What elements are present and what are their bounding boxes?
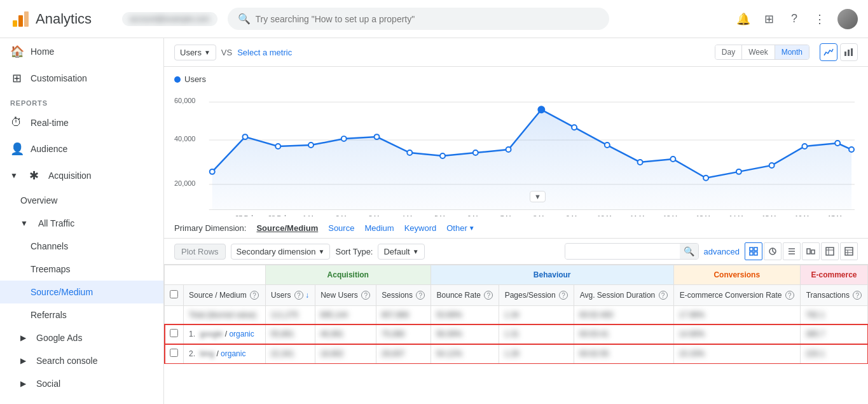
bar-chart-icon[interactable] bbox=[840, 43, 858, 61]
line-chart-icon[interactable] bbox=[820, 43, 837, 61]
row2-checkbox[interactable] bbox=[170, 349, 178, 357]
pivot-view-icon[interactable] bbox=[821, 242, 839, 260]
dimension-other-dropdown[interactable]: Other ▼ bbox=[446, 223, 474, 233]
pages-session-help-icon[interactable]: ? bbox=[559, 291, 568, 300]
svg-point-18 bbox=[375, 134, 380, 139]
svg-rect-54 bbox=[750, 247, 753, 251]
select-all-checkbox[interactable] bbox=[170, 290, 178, 298]
table-search-input[interactable] bbox=[565, 244, 680, 259]
sidebar-item-all-traffic[interactable]: ▼ All Traffic bbox=[0, 212, 163, 235]
ecommerce-rate-help-icon[interactable]: ? bbox=[785, 291, 794, 300]
sidebar-item-referrals[interactable]: Referrals bbox=[0, 303, 163, 326]
row2-users: 22,341 bbox=[265, 344, 315, 364]
svg-text:...: ... bbox=[207, 214, 212, 216]
other-label: Other bbox=[446, 223, 467, 233]
sort-default-label: Default bbox=[383, 247, 410, 256]
table-search-button[interactable]: 🔍 bbox=[680, 244, 698, 259]
transactions-help-icon[interactable]: ? bbox=[853, 291, 862, 300]
svg-point-16 bbox=[308, 143, 313, 148]
total-transactions: 782.1 bbox=[801, 306, 868, 324]
sidebar-item-google-ads[interactable]: ▶ Google Ads bbox=[0, 326, 163, 349]
row1-checkbox[interactable] bbox=[170, 329, 178, 337]
svg-point-24 bbox=[572, 125, 577, 130]
svg-point-30 bbox=[769, 163, 775, 168]
expand-icon: ▼ bbox=[10, 171, 18, 180]
dimension-keyword[interactable]: Keyword bbox=[404, 223, 437, 233]
app-title: Analytics bbox=[36, 11, 92, 27]
row1-users: 55,891 bbox=[265, 324, 315, 344]
compare-view-icon[interactable] bbox=[802, 242, 820, 260]
bounce-rate-help-icon[interactable]: ? bbox=[484, 291, 493, 300]
chart-date-dropdown[interactable]: ▼ bbox=[530, 191, 546, 202]
svg-point-32 bbox=[835, 141, 840, 146]
secondary-dimension-select[interactable]: Secondary dimension ▼ bbox=[231, 244, 331, 260]
row2-avg-session: 00:02:55 bbox=[574, 344, 673, 364]
more-vert-icon[interactable]: ⋮ bbox=[812, 11, 827, 27]
sidebar-item-social[interactable]: ▶ Social bbox=[0, 372, 163, 395]
avg-session-help-icon[interactable]: ? bbox=[659, 291, 668, 300]
sort-chevron-icon: ▼ bbox=[413, 248, 419, 255]
svg-text:15 Mar: 15 Mar bbox=[762, 214, 782, 216]
transactions-label: Transactions bbox=[806, 291, 850, 300]
search-input[interactable] bbox=[256, 14, 599, 24]
sidebar-item-realtime[interactable]: ⏱ Real-time bbox=[0, 109, 163, 136]
svg-point-33 bbox=[849, 147, 854, 152]
col-header-avg-session: Avg. Session Duration ? bbox=[574, 285, 673, 306]
dimension-source[interactable]: Source bbox=[328, 223, 354, 233]
svg-text:4 Mar: 4 Mar bbox=[402, 214, 418, 216]
sidebar-item-overview[interactable]: Overview bbox=[0, 189, 163, 212]
sidebar-item-source-medium[interactable]: Source/Medium bbox=[0, 281, 163, 303]
sidebar-item-channels[interactable]: Channels bbox=[0, 235, 163, 258]
advanced-link[interactable]: advanced bbox=[704, 247, 740, 256]
plot-rows-button[interactable]: Plot Rows bbox=[174, 244, 226, 260]
sidebar-item-search-console[interactable]: ▶ Search console bbox=[0, 349, 163, 372]
sidebar-item-customisation[interactable]: ⊞ Customisation bbox=[0, 65, 163, 92]
row2-num: 2. bbox=[189, 349, 195, 358]
new-users-help-icon[interactable]: ? bbox=[361, 291, 370, 300]
list-view-icon[interactable] bbox=[783, 242, 801, 260]
content-area: Users ▼ VS Select a metric Day Week Mont… bbox=[164, 38, 868, 404]
svg-point-19 bbox=[407, 150, 412, 155]
dimension-source-medium[interactable]: Source/Medium bbox=[256, 223, 318, 233]
pie-view-icon[interactable] bbox=[764, 242, 782, 260]
account-chip[interactable]: account@example.com bbox=[122, 12, 217, 26]
search-bar[interactable]: 🔍 bbox=[228, 8, 609, 30]
sessions-label: Sessions bbox=[382, 291, 413, 300]
dimension-medium[interactable]: Medium bbox=[364, 223, 394, 233]
vs-label: VS bbox=[221, 48, 232, 57]
users-help-icon[interactable]: ? bbox=[294, 291, 303, 300]
select-metric-link[interactable]: Select a metric bbox=[237, 48, 292, 57]
sidebar-item-acquisition[interactable]: ▼ ✱ Acquisition bbox=[0, 162, 163, 189]
month-button[interactable]: Month bbox=[775, 45, 809, 59]
grid-view-icon[interactable] bbox=[745, 242, 762, 260]
col-header-new-users: New Users ? bbox=[315, 285, 376, 306]
svg-text:3 Mar: 3 Mar bbox=[369, 214, 385, 216]
help-icon[interactable]: ? bbox=[787, 11, 802, 27]
all-traffic-expand-icon: ▼ bbox=[20, 219, 28, 228]
customisation-icon: ⊞ bbox=[10, 71, 23, 85]
metric-pill-users[interactable]: Users ▼ bbox=[174, 45, 216, 60]
sort-type-select[interactable]: Default ▼ bbox=[378, 244, 424, 260]
svg-point-21 bbox=[473, 150, 478, 155]
legend-label: Users bbox=[184, 74, 206, 84]
grid-icon[interactable]: ⊞ bbox=[761, 11, 776, 27]
avatar[interactable] bbox=[837, 9, 858, 29]
notification-icon[interactable]: 🔔 bbox=[736, 11, 751, 27]
week-button[interactable]: Week bbox=[742, 45, 775, 59]
header-icons: 🔔 ⊞ ? ⋮ bbox=[736, 9, 858, 29]
row2-checkbox-cell[interactable] bbox=[165, 344, 184, 364]
sidebar-item-audience[interactable]: 👤 Audience bbox=[0, 136, 163, 162]
table-view-icon[interactable] bbox=[840, 242, 858, 260]
sessions-help-icon[interactable]: ? bbox=[416, 291, 425, 300]
bounce-rate-label: Bounce Rate bbox=[437, 291, 481, 300]
row1-checkbox-cell[interactable] bbox=[165, 324, 184, 344]
sidebar-item-home[interactable]: 🏠 Home bbox=[0, 38, 163, 65]
day-button[interactable]: Day bbox=[715, 45, 742, 59]
source-medium-help-icon[interactable]: ? bbox=[250, 291, 259, 300]
sidebar-item-treemaps[interactable]: Treemaps bbox=[0, 258, 163, 281]
svg-rect-55 bbox=[754, 247, 757, 251]
svg-rect-69 bbox=[845, 247, 853, 255]
users-sort-arrow: ↓ bbox=[305, 291, 309, 300]
sidebar-item-label: Audience bbox=[31, 144, 67, 154]
total-source-value: Total (blurred value) bbox=[189, 310, 256, 319]
